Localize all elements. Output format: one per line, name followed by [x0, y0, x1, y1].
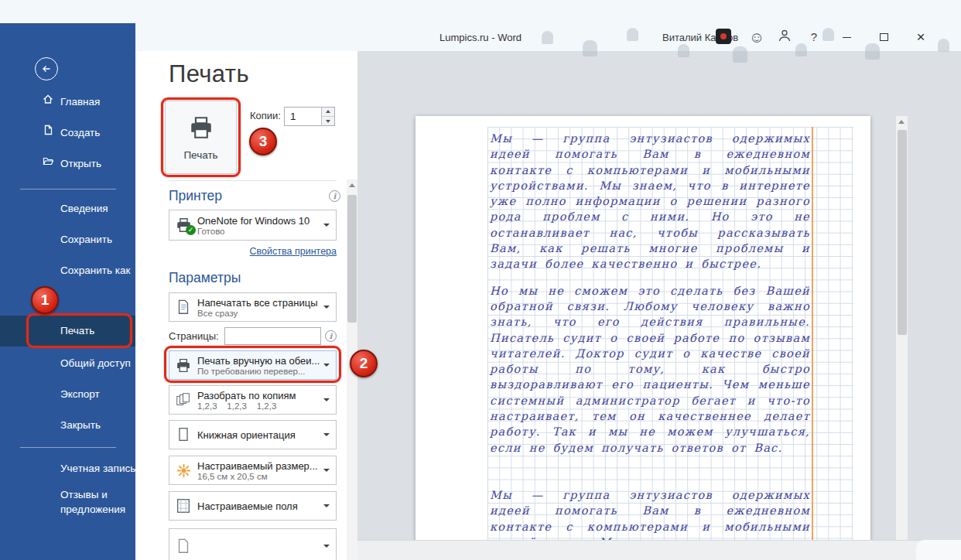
titlebar: Lumpics.ru - Word Виталий Каиров ?: [0, 0, 961, 51]
handwritten-text: Мы — группа энтузиастов одержимых идеей …: [490, 131, 810, 560]
maximize-button[interactable]: [871, 26, 896, 48]
scrollbar-thumb[interactable]: [898, 130, 907, 335]
annotation-step-2: 2: [350, 350, 378, 377]
sidebar-item-home[interactable]: Главная: [0, 87, 135, 118]
info-icon[interactable]: [325, 330, 337, 342]
sidebar-item-label: Экспорт: [60, 388, 100, 400]
dropdown-line2: 16,5 см x 20,5 см: [197, 472, 320, 481]
zoom-controls[interactable]: [916, 540, 961, 560]
minimize-icon: [843, 37, 851, 38]
print-settings-panel: Печать Печать Копии: 1 Принтер OneNote: [135, 51, 357, 560]
print-button[interactable]: Печать: [165, 101, 237, 174]
help-glyph: ?: [811, 30, 817, 43]
pages-icon: [169, 299, 197, 316]
duplex-printer-icon: [169, 357, 197, 374]
maximize-icon: [880, 33, 888, 41]
margins-dropdown[interactable]: Настраиваемые поля: [169, 491, 337, 521]
printer-selector[interactable]: OneNote for Windows 10 Готово: [169, 210, 337, 241]
sticker-badge-icon: [716, 29, 731, 44]
close-button[interactable]: [907, 26, 935, 48]
section-divider: [169, 180, 337, 181]
sidebar-item-feedback[interactable]: Отзывы и предложения: [0, 484, 135, 521]
printer-ready-check-icon: [186, 225, 196, 235]
sidebar-item-label: Открыть: [60, 149, 101, 179]
spin-up-button[interactable]: [322, 108, 334, 117]
help-icon[interactable]: ?: [805, 28, 823, 46]
sidebar-item-label: Учетная запись: [60, 463, 135, 474]
orientation-dropdown[interactable]: Книжная ориентация: [169, 420, 337, 449]
sidebar-item-save[interactable]: Сохранить: [0, 224, 135, 255]
sidebar-item-new[interactable]: Создать: [0, 118, 135, 149]
ghost-sticker-icon: [678, 44, 689, 57]
chevron-down-icon: [323, 433, 330, 436]
sidebar-item-label: Отзывы и предложения: [60, 487, 142, 517]
scroll-up-arrow-icon[interactable]: [896, 116, 908, 128]
annotation-step-1: 1: [31, 286, 59, 314]
sidebar-item-close-doc[interactable]: Закрыть: [0, 410, 135, 441]
dropdown-line2: 1,2,3 1,2,3 1,2,3: [197, 401, 320, 411]
stepper-buttons: [321, 108, 334, 125]
sidebar-item-account[interactable]: Учетная запись: [0, 453, 135, 484]
chevron-down-icon: [323, 504, 330, 507]
sidebar-item-label: Создать: [60, 118, 100, 149]
paper-size-dropdown[interactable]: Настраиваемый размер... 16,5 см x 20,5 с…: [169, 456, 337, 485]
dropdown-line1: Напечатать все страницы: [197, 297, 320, 309]
sidebar-item-label: Главная: [60, 87, 100, 118]
printer-device-icon: [169, 217, 197, 234]
back-button[interactable]: [35, 57, 58, 80]
paper-size-icon: [169, 463, 197, 479]
sidebar-item-label: Сведения: [60, 203, 108, 214]
scrollbar-thumb[interactable]: [347, 195, 357, 323]
sidebar-item-export[interactable]: Экспорт: [0, 379, 135, 410]
notebook-grid: Мы — группа энтузиастов одержимых идеей …: [487, 127, 853, 560]
smiley-feedback-icon[interactable]: [747, 28, 766, 46]
scroll-up-arrow-icon[interactable]: [347, 179, 357, 191]
dropdown-line2: По требованию перевер...: [197, 367, 320, 376]
annotation-step-3: 3: [249, 128, 277, 155]
home-icon: [42, 87, 54, 118]
sidebar-item-label: Сохранить как: [60, 265, 130, 276]
paragraph: Мы — группа энтузиастов одержимых идеей …: [490, 131, 810, 272]
printer-name: OneNote for Windows 10: [197, 215, 320, 227]
pages-row: Страницы:: [169, 326, 337, 345]
duplex-dropdown[interactable]: Печать вручную на обеи... По требованию …: [169, 350, 337, 380]
chevron-down-icon: [323, 398, 330, 401]
collate-icon: [169, 391, 197, 408]
printer-properties-link[interactable]: Свойства принтера: [169, 246, 337, 257]
account-icon[interactable]: [775, 28, 794, 46]
chevron-down-icon: [323, 364, 330, 367]
open-folder-icon: [42, 149, 54, 179]
sidebar-item-label: Печать: [60, 325, 94, 336]
sidebar-item-open[interactable]: Открыть: [0, 149, 135, 179]
sidebar-divider: [20, 447, 116, 448]
sidebar-item-share[interactable]: Общий доступ: [0, 348, 135, 379]
dropdown-line1: Печать вручную на обеи...: [197, 355, 320, 367]
print-range-dropdown[interactable]: Напечатать все страницы Все сразу: [169, 292, 337, 322]
sidebar-item-info[interactable]: Сведения: [0, 193, 135, 224]
document-icon: [169, 538, 197, 555]
info-icon[interactable]: [329, 190, 340, 202]
printer-icon: [187, 114, 215, 144]
sidebar-item-label: Общий доступ: [60, 357, 131, 369]
settings-section-heading: Параметры: [169, 270, 241, 286]
collate-dropdown[interactable]: Разобрать по копиям 1,2,3 1,2,3 1,2,3: [169, 385, 337, 415]
minimize-button[interactable]: [834, 26, 859, 48]
sidebar-item-print[interactable]: Печать: [0, 316, 135, 347]
sidebar-item-save-as[interactable]: Сохранить как: [0, 255, 135, 286]
back-arrow-icon: [40, 63, 53, 75]
sidebar-divider: [20, 189, 116, 190]
pages-per-sheet-dropdown[interactable]: [169, 528, 337, 560]
word-backstage-print-window: Lumpics.ru - Word Виталий Каиров ? Главн…: [0, 0, 961, 560]
preview-bottom-bar: [357, 540, 961, 560]
preview-scrollbar[interactable]: [896, 116, 908, 540]
spin-down-button[interactable]: [322, 117, 334, 125]
pages-label: Страницы:: [169, 330, 219, 342]
dropdown-line2: Все сразу: [197, 309, 320, 318]
paragraph: Но мы не сможем это сделать без Вашей об…: [490, 283, 810, 456]
print-preview-area: Мы — группа энтузиастов одержимых идеей …: [357, 51, 961, 560]
page-title: Печать: [169, 60, 249, 88]
copies-stepper[interactable]: 1: [284, 107, 335, 126]
chevron-down-icon: [323, 545, 330, 548]
pages-input[interactable]: [224, 327, 321, 345]
copies-label: Копии:: [250, 110, 281, 121]
